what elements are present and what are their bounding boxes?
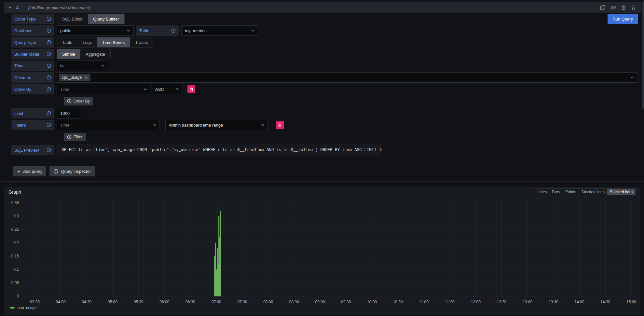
svg-text:0.2: 0.2 bbox=[13, 240, 19, 245]
remove-filter-button[interactable] bbox=[276, 121, 284, 129]
builder-mode-label: Builder Mode bbox=[14, 52, 39, 57]
time-column-select[interactable]: ts bbox=[57, 61, 108, 71]
trash-icon bbox=[189, 87, 193, 91]
trash-icon bbox=[278, 123, 282, 127]
columns-multiselect[interactable]: cpu_usage ✕ bbox=[57, 72, 638, 83]
time-column-value: ts bbox=[60, 63, 63, 68]
svg-text:0.25: 0.25 bbox=[11, 227, 19, 232]
remove-query-icon[interactable] bbox=[621, 5, 626, 10]
info-icon bbox=[47, 148, 51, 152]
editor-type-label-box: Editor Type bbox=[11, 14, 54, 24]
limit-row: Limit 1000 bbox=[11, 108, 641, 118]
info-circle-icon bbox=[53, 169, 58, 174]
svg-text:06:00: 06:00 bbox=[159, 300, 169, 304]
editor-type-label: Editor Type bbox=[14, 17, 36, 21]
add-filter-row: Filter bbox=[64, 133, 641, 141]
add-order-by-row: Order By bbox=[64, 97, 641, 105]
add-query-label: Add query bbox=[23, 169, 42, 174]
svg-text:0.35: 0.35 bbox=[11, 200, 19, 205]
chevron-down-icon bbox=[153, 124, 156, 126]
svg-text:0.3: 0.3 bbox=[13, 214, 19, 218]
svg-text:04:00: 04:00 bbox=[56, 300, 66, 304]
table-label: Table bbox=[139, 28, 149, 33]
editor-type-row: Editor Type SQL Editor Query Builder bbox=[11, 14, 641, 24]
chevron-down-icon bbox=[252, 30, 255, 32]
order-by-row: Order By Time ASC bbox=[11, 84, 641, 94]
add-query-button[interactable]: + Add query bbox=[13, 166, 46, 176]
query-type-option-time-series[interactable]: Time Series bbox=[97, 37, 130, 47]
svg-text:12:00: 12:00 bbox=[471, 300, 481, 304]
filters-label: Filters bbox=[14, 123, 26, 128]
hide-query-icon[interactable] bbox=[610, 5, 616, 10]
column-chip-label: cpu_usage bbox=[62, 75, 82, 80]
graph-legend[interactable]: cpu_usage bbox=[10, 306, 37, 310]
query-row-actions bbox=[600, 5, 637, 10]
query-ref-id: A bbox=[16, 5, 19, 10]
chevron-down-icon bbox=[144, 88, 147, 90]
chevron-down-icon bbox=[127, 30, 130, 32]
filters-row: Filters Time Within dashboard time range bbox=[11, 120, 641, 130]
query-inspector-label: Query inspector bbox=[61, 169, 91, 174]
svg-text:13:00: 13:00 bbox=[523, 300, 532, 304]
table-select[interactable]: my_metrics bbox=[181, 25, 258, 36]
column-chip-cpu-usage: cpu_usage ✕ bbox=[59, 74, 90, 81]
filter-condition-select[interactable]: Within dashboard time range bbox=[165, 120, 267, 130]
remove-column-icon[interactable]: ✕ bbox=[84, 75, 88, 80]
duplicate-query-icon[interactable] bbox=[600, 5, 605, 10]
query-type-option-table[interactable]: Table bbox=[57, 37, 77, 47]
query-inspector-button[interactable]: Query inspector bbox=[49, 166, 95, 176]
query-footer: + Add query Query inspector bbox=[13, 166, 641, 176]
add-order-by-label: Order By bbox=[74, 99, 90, 103]
query-type-label-box: Query Type bbox=[11, 37, 54, 48]
builder-mode-group: Simple Aggregate bbox=[57, 49, 111, 59]
svg-text:06:30: 06:30 bbox=[185, 300, 195, 304]
svg-text:09:30: 09:30 bbox=[341, 300, 351, 304]
columns-label: Columns bbox=[14, 75, 31, 80]
plus-circle-icon bbox=[67, 135, 72, 139]
editor-type-option-sql-editor[interactable]: SQL Editor bbox=[57, 14, 88, 24]
pane-splitter[interactable] bbox=[0, 181, 644, 182]
svg-text:09:00: 09:00 bbox=[315, 300, 325, 304]
scrollbar-thumb[interactable] bbox=[642, 1, 644, 109]
svg-text:0.05: 0.05 bbox=[11, 281, 19, 285]
svg-text:15:00: 15:00 bbox=[626, 300, 636, 304]
info-icon bbox=[47, 111, 51, 116]
sql-preview-row: SQL Preview SELECT ts as "time", cpu_usa… bbox=[11, 144, 641, 156]
query-type-label: Query Type bbox=[14, 40, 36, 45]
order-by-direction-select[interactable]: ASC bbox=[152, 84, 183, 94]
filter-field-select[interactable]: Time bbox=[57, 120, 159, 130]
query-type-group: Table Logs Time Series Traces bbox=[57, 37, 153, 48]
svg-text:08:00: 08:00 bbox=[263, 300, 273, 304]
collapse-chevron-icon[interactable] bbox=[8, 6, 12, 9]
database-row: Database public Table my_metrics bbox=[11, 25, 641, 36]
builder-mode-label-box: Builder Mode bbox=[11, 49, 54, 59]
builder-mode-option-simple[interactable]: Simple bbox=[57, 49, 80, 59]
plus-circle-icon bbox=[67, 99, 72, 103]
graph-canvas[interactable]: 00.050.10.150.20.250.30.3503:3004:0004:3… bbox=[4, 187, 640, 316]
info-icon bbox=[47, 40, 51, 45]
add-filter-button[interactable]: Filter bbox=[64, 133, 86, 141]
sql-preview-code: SELECT ts as "time", cpu_usage FROM "pub… bbox=[57, 144, 382, 156]
order-by-field-select[interactable]: Time bbox=[57, 84, 150, 94]
query-row-header[interactable]: A (info8fcc-greptimedb-datasource) bbox=[4, 2, 641, 13]
database-select[interactable]: public bbox=[57, 25, 134, 36]
add-order-by-button[interactable]: Order By bbox=[64, 97, 93, 105]
query-type-option-logs[interactable]: Logs bbox=[77, 37, 97, 47]
database-value: public bbox=[60, 28, 71, 33]
plus-icon: + bbox=[17, 169, 21, 174]
drag-handle-icon[interactable] bbox=[631, 5, 636, 10]
svg-text:07:30: 07:30 bbox=[237, 300, 247, 304]
svg-text:12:30: 12:30 bbox=[497, 300, 506, 304]
chevron-down-icon bbox=[176, 88, 179, 90]
remove-order-by-button[interactable] bbox=[187, 85, 195, 93]
query-editor-section: A (info8fcc-greptimedb-datasource) Run Q… bbox=[4, 2, 641, 176]
builder-mode-option-aggregate[interactable]: Aggregate bbox=[80, 49, 110, 59]
query-type-option-traces[interactable]: Traces bbox=[130, 37, 153, 47]
scrollbar-track[interactable] bbox=[642, 0, 644, 316]
editor-type-option-query-builder[interactable]: Query Builder bbox=[88, 14, 124, 24]
table-label-box: Table bbox=[136, 25, 179, 36]
limit-value: 1000 bbox=[60, 111, 70, 116]
limit-input[interactable]: 1000 bbox=[57, 108, 81, 118]
chevron-down-icon bbox=[261, 124, 264, 126]
svg-text:08:30: 08:30 bbox=[289, 300, 299, 304]
